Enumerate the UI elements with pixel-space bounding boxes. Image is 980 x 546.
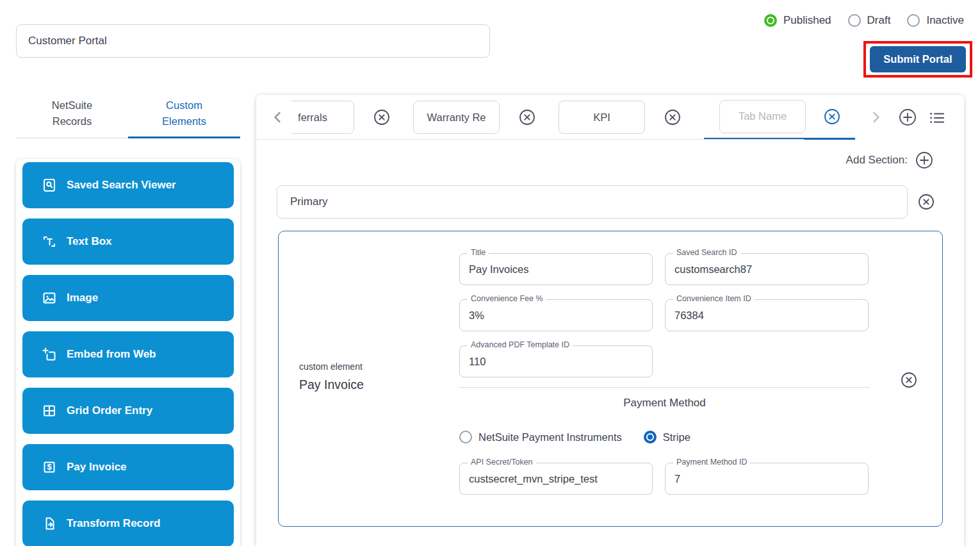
convenience-item-id-input[interactable] <box>666 300 868 331</box>
radio-unselected-icon[interactable] <box>459 431 472 443</box>
tab-list-button[interactable] <box>929 110 945 126</box>
radio-selected-icon[interactable] <box>764 14 777 27</box>
saved-search-id-field: Saved Search ID <box>665 253 869 285</box>
element-type-label: custom element <box>299 361 363 372</box>
sidebar-tabs: NetSuite Records Custom Elements <box>16 97 240 138</box>
field-label: Payment Method ID <box>673 458 750 467</box>
field-label: Title <box>468 248 489 257</box>
tab-name-input-kpi[interactable] <box>559 101 645 134</box>
remove-element-button[interactable] <box>901 372 917 388</box>
embed-from-web-icon <box>42 347 57 362</box>
tab-name-input-referrals[interactable] <box>291 101 354 134</box>
payment-method-radios: NetSuite Payment Instruments Stripe <box>459 431 690 443</box>
payment-option-label: Stripe <box>663 431 690 443</box>
payment-option-stripe[interactable]: Stripe <box>644 431 690 443</box>
field-label: API Secret/Token <box>468 458 536 467</box>
field-label: Convenience Item ID <box>673 294 755 303</box>
element-button-saved-search-viewer[interactable]: Saved Search Viewer <box>22 162 234 208</box>
element-button-text-box[interactable]: Text Box <box>22 219 234 265</box>
svg-text:$: $ <box>47 462 52 472</box>
close-circle-icon <box>519 109 535 126</box>
convenience-fee-field: Convenience Fee % <box>459 299 653 331</box>
remove-section-button[interactable] <box>918 194 935 210</box>
element-button-label: Saved Search Viewer <box>67 179 176 192</box>
portal-canvas-panel: Add Section: custom element Pay Invoice … <box>256 95 964 546</box>
radio-unselected-icon[interactable] <box>848 14 861 27</box>
status-option-published[interactable]: Published <box>764 14 831 27</box>
list-icon <box>929 110 945 126</box>
field-label: Saved Search ID <box>673 248 740 257</box>
tab-label: Custom Elements <box>152 97 216 129</box>
submit-highlight-box: Submit Portal <box>863 41 972 78</box>
portal-name-input[interactable] <box>16 24 490 58</box>
element-button-label: Embed from Web <box>67 348 156 361</box>
title-input[interactable] <box>460 254 652 285</box>
tabs-scroll-left-button[interactable] <box>270 110 286 125</box>
field-label: Advanced PDF Template ID <box>468 340 573 349</box>
custom-elements-panel: Saved Search Viewer Text Box Image Embed… <box>16 159 240 546</box>
tabs-viewport <box>291 95 855 140</box>
element-button-label: Image <box>67 292 98 304</box>
api-secret-input[interactable] <box>460 463 652 494</box>
tab-netsuite-records[interactable]: NetSuite Records <box>16 97 128 138</box>
api-secret-field: API Secret/Token <box>459 463 653 495</box>
text-box-icon <box>42 234 57 249</box>
radio-unselected-icon[interactable] <box>907 14 920 27</box>
tab-name-input-warranty[interactable] <box>413 101 500 134</box>
chevron-left-icon <box>270 110 286 125</box>
element-button-label: Text Box <box>67 235 112 248</box>
add-section-row: Add Section: <box>846 151 933 169</box>
element-name-label: Pay Invoice <box>299 377 364 392</box>
image-icon <box>42 290 57 306</box>
close-circle-icon <box>901 372 917 388</box>
element-button-label: Grid Order Entry <box>67 404 152 417</box>
grid-order-entry-icon <box>42 403 57 418</box>
element-button-image[interactable]: Image <box>22 275 234 321</box>
add-tab-button[interactable] <box>899 108 917 126</box>
tab-custom-elements[interactable]: Custom Elements <box>128 97 240 138</box>
add-section-button[interactable] <box>915 151 933 169</box>
status-option-inactive[interactable]: Inactive <box>907 14 964 27</box>
status-option-draft[interactable]: Draft <box>848 14 891 27</box>
field-label: Convenience Fee % <box>468 294 546 303</box>
close-circle-icon <box>664 109 681 126</box>
portal-builder-screen: Published Draft Inactive Submit Portal N… <box>0 0 980 546</box>
saved-search-id-input[interactable] <box>666 254 868 285</box>
pdf-template-id-field: Advanced PDF Template ID <box>459 345 653 377</box>
element-button-grid-order-entry[interactable]: Grid Order Entry <box>22 388 234 434</box>
add-section-label: Add Section: <box>846 154 908 167</box>
close-tab-button[interactable] <box>373 109 390 126</box>
payment-option-netsuite[interactable]: NetSuite Payment Instruments <box>459 431 622 443</box>
status-label: Inactive <box>926 14 964 27</box>
payment-method-id-input[interactable] <box>666 463 868 494</box>
convenience-item-id-field: Convenience Item ID <box>665 299 869 331</box>
close-circle-icon <box>824 108 840 125</box>
chevron-right-icon <box>868 110 883 125</box>
plus-circle-icon <box>899 108 917 126</box>
element-button-transform-record[interactable]: Transform Record <box>22 500 234 546</box>
close-tab-button-active[interactable] <box>824 108 840 125</box>
element-button-embed-from-web[interactable]: Embed from Web <box>22 331 234 377</box>
tab-name-input-new[interactable] <box>719 100 806 133</box>
pay-invoice-element-card: custom element Pay Invoice Title Saved S… <box>278 231 943 527</box>
tab-strip <box>256 95 964 140</box>
submit-portal-button[interactable]: Submit Portal <box>870 46 966 72</box>
payment-method-heading: Payment Method <box>459 397 870 410</box>
radio-selected-icon[interactable] <box>644 431 657 443</box>
transform-record-icon <box>42 516 57 531</box>
element-button-pay-invoice[interactable]: $ Pay Invoice <box>22 444 234 490</box>
close-circle-icon <box>918 194 935 210</box>
convenience-fee-input[interactable] <box>460 300 652 331</box>
pay-invoice-icon: $ <box>42 459 57 475</box>
title-field: Title <box>459 253 653 285</box>
section-name-input[interactable] <box>277 185 908 219</box>
close-tab-button[interactable] <box>519 109 535 126</box>
active-tab-group <box>704 95 855 140</box>
tabs-scroll-right-button[interactable] <box>868 110 883 125</box>
saved-search-viewer-icon <box>42 178 57 193</box>
status-label: Published <box>783 14 831 27</box>
payment-divider <box>459 387 870 388</box>
plus-circle-icon <box>915 151 933 169</box>
close-tab-button[interactable] <box>664 109 681 126</box>
pdf-template-id-input[interactable] <box>460 346 652 377</box>
